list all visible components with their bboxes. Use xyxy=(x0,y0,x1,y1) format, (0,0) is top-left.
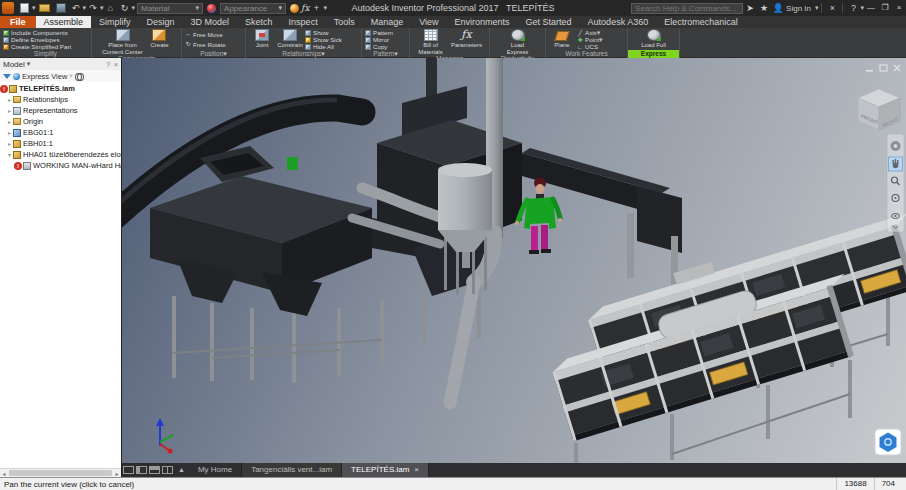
tab-tools[interactable]: Tools xyxy=(326,16,363,28)
expand-arrow-icon[interactable] xyxy=(6,107,13,114)
appearance-select[interactable]: Appearance xyxy=(220,3,286,14)
load-express-button[interactable]: Load Express xyxy=(501,29,535,55)
parameters-fx-button[interactable]: ƒx xyxy=(301,3,309,13)
cascade-windows-icon[interactable] xyxy=(136,466,147,474)
save-button[interactable] xyxy=(56,3,66,13)
add-qat-button[interactable]: + xyxy=(310,2,322,14)
free-move-button[interactable]: ↔ Free Move xyxy=(185,29,226,39)
expand-arrow-icon[interactable] xyxy=(6,140,13,147)
minimize-button[interactable]: — xyxy=(864,2,878,14)
tab-design[interactable]: Design xyxy=(139,16,183,28)
browser-horizontal-scrollbar[interactable]: ◂ ▸ xyxy=(0,468,121,477)
tab-electromechanical[interactable]: Electromechanical xyxy=(656,16,746,28)
browser-help-icon[interactable]: ? xyxy=(106,61,110,68)
tree-item-ebh01[interactable]: EBH01:1 xyxy=(0,138,121,149)
view-filter-dropdown-icon[interactable] xyxy=(69,72,73,80)
tree-item-origin[interactable]: Origin xyxy=(0,116,121,127)
create-simplified-part-button[interactable]: Create Simplified Part xyxy=(3,43,71,50)
expand-arrow-icon[interactable] xyxy=(6,129,13,136)
tab-autodesk-a360[interactable]: Autodesk A360 xyxy=(580,16,657,28)
undo-button[interactable]: ↶ xyxy=(70,2,82,14)
mirror-button[interactable]: Mirror xyxy=(365,36,393,43)
view-filter-value[interactable]: Express View xyxy=(22,72,67,81)
doc-tab-telepites-active[interactable]: TELEPÍTÉS.iam xyxy=(342,463,429,477)
tab-list-expand-icon[interactable]: ▲ xyxy=(178,463,185,477)
filter-funnel-icon[interactable] xyxy=(3,74,11,79)
undo-dropdown-icon[interactable] xyxy=(83,4,87,12)
copy-button[interactable]: Copy xyxy=(365,43,393,50)
point-button[interactable]: ✚ Point xyxy=(577,36,603,43)
appearance-color-icon[interactable] xyxy=(290,4,299,13)
expand-arrow-icon[interactable] xyxy=(6,151,13,158)
favorites-star-icon[interactable]: ★ xyxy=(758,2,770,14)
redo-button[interactable]: ↷ xyxy=(87,2,99,14)
position-panel-dropdown-icon[interactable] xyxy=(223,50,227,57)
tile-horizontal-icon[interactable] xyxy=(149,466,160,474)
doc-tab-tangencialis[interactable]: Tangenciális vent...iam xyxy=(242,463,342,477)
tab-3d-model[interactable]: 3D Model xyxy=(183,16,238,28)
expand-arrow-icon[interactable] xyxy=(6,118,13,125)
material-select[interactable]: Material xyxy=(137,3,203,14)
tab-inspect[interactable]: Inspect xyxy=(281,16,326,28)
a360-badge[interactable] xyxy=(875,429,901,455)
redo-dropdown-icon[interactable] xyxy=(100,4,104,12)
tree-item-representations[interactable]: Representations xyxy=(0,105,121,116)
tree-item-working-man[interactable]: ! WORKING MAN-wHard Hat:1 (Unresolved) xyxy=(0,160,121,171)
material-color-icon[interactable] xyxy=(207,4,216,13)
tab-file[interactable]: File xyxy=(0,16,36,28)
tab-manage[interactable]: Manage xyxy=(363,16,412,28)
sign-in-button[interactable]: Sign In xyxy=(786,4,811,13)
place-from-content-center-button[interactable]: Place from Content Center xyxy=(101,29,145,55)
close-button[interactable] xyxy=(892,2,906,14)
new-file-button[interactable] xyxy=(20,3,29,13)
browser-filter-row[interactable]: Express View xyxy=(0,70,121,82)
relationships-panel-dropdown-icon[interactable] xyxy=(321,50,325,57)
open-button[interactable] xyxy=(39,4,50,12)
navigation-bar[interactable] xyxy=(887,134,904,232)
scroll-right-icon[interactable]: ▸ xyxy=(113,470,121,477)
browser-close-icon[interactable] xyxy=(114,61,118,68)
tile-vertical-icon[interactable] xyxy=(162,466,173,474)
tab-close-icon[interactable] xyxy=(414,463,419,477)
free-rotate-button[interactable]: ↻ Free Rotate xyxy=(185,39,226,49)
expand-arrow-icon[interactable] xyxy=(6,96,13,103)
show-sick-button[interactable]: Show Sick xyxy=(305,36,342,43)
model-viewport[interactable]: FRONT RIGHT xyxy=(122,58,906,463)
show-button[interactable]: Show xyxy=(305,29,342,36)
search-go-icon[interactable]: ➤ xyxy=(744,2,756,14)
constrain-button[interactable]: Constrain xyxy=(277,29,303,49)
plane-button[interactable]: Plane xyxy=(549,29,575,49)
inventor-app-icon[interactable] xyxy=(2,2,14,14)
bill-of-materials-button[interactable]: Bill of Materials xyxy=(415,29,447,55)
joint-button[interactable]: Joint xyxy=(249,29,275,49)
browser-title-dropdown-icon[interactable] xyxy=(27,60,31,68)
sign-in-dropdown-icon[interactable] xyxy=(815,4,819,12)
pattern-button[interactable]: Pattern xyxy=(365,29,393,36)
exchange-apps-icon[interactable] xyxy=(826,2,838,14)
tab-get-started[interactable]: Get Started xyxy=(518,16,580,28)
qat-customize-dropdown-icon[interactable] xyxy=(323,4,327,12)
tree-item-relationships[interactable]: Relationships xyxy=(0,94,121,105)
tab-simplify[interactable]: Simplify xyxy=(91,16,139,28)
define-envelopes-button[interactable]: Define Envelopes xyxy=(3,36,71,43)
update-button[interactable]: ↻ xyxy=(119,2,131,14)
tree-item-hha01[interactable]: HHA01 tüzelőberendezés elosztó vezetékke… xyxy=(0,149,121,160)
browser-header[interactable]: Model ? xyxy=(0,58,121,70)
hide-all-button[interactable]: Hide All xyxy=(305,43,342,50)
sign-in-person-icon[interactable]: 👤 xyxy=(772,2,784,14)
doc-tab-my-home[interactable]: My Home xyxy=(189,463,242,477)
ucs-button[interactable]: ∟ UCS xyxy=(577,43,603,50)
new-file-dropdown-icon[interactable] xyxy=(32,4,36,12)
home-button[interactable]: ⌂ xyxy=(105,2,117,14)
scrollbar-thumb[interactable] xyxy=(9,470,112,476)
update-dropdown-icon[interactable] xyxy=(132,4,136,12)
create-component-button[interactable]: Create xyxy=(147,29,173,49)
tab-view[interactable]: View xyxy=(411,16,446,28)
scroll-left-icon[interactable]: ◂ xyxy=(0,470,8,477)
load-full-button[interactable]: Load Full xyxy=(637,29,671,49)
tab-assemble[interactable]: Assemble xyxy=(36,16,92,28)
view-cube[interactable]: FRONT RIGHT xyxy=(858,89,900,130)
tab-environments[interactable]: Environments xyxy=(447,16,518,28)
help-icon[interactable]: ? xyxy=(847,2,859,14)
search-input[interactable] xyxy=(631,3,743,14)
